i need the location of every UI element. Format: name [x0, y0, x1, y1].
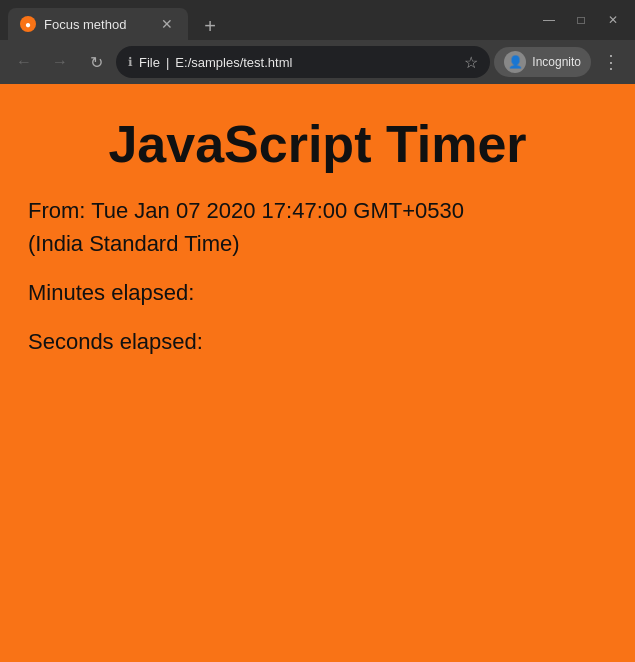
address-url: E:/samples/test.html [175, 55, 292, 70]
incognito-icon: 👤 [504, 51, 526, 73]
tab-title: Focus method [44, 17, 150, 32]
page-content: JavaScript Timer From: Tue Jan 07 2020 1… [0, 84, 635, 662]
tab-favicon: ● [20, 16, 36, 32]
forward-button[interactable]: → [44, 46, 76, 78]
new-tab-button[interactable]: + [196, 12, 224, 40]
back-button[interactable]: ← [8, 46, 40, 78]
from-date: From: Tue Jan 07 2020 17:47:00 GMT+0530 [28, 198, 464, 223]
refresh-button[interactable]: ↻ [80, 46, 112, 78]
tab-strip: ● Focus method ✕ + [8, 0, 531, 40]
browser-window: ● Focus method ✕ + — □ ✕ ← → ↻ ℹ File | … [0, 0, 635, 662]
address-bar[interactable]: ℹ File | E:/samples/test.html ☆ [116, 46, 490, 78]
page-heading: JavaScript Timer [28, 114, 607, 174]
title-bar: ● Focus method ✕ + — □ ✕ [0, 0, 635, 40]
protocol-label: File [139, 55, 160, 70]
incognito-label: Incognito [532, 55, 581, 69]
browser-menu-button[interactable]: ⋮ [595, 46, 627, 78]
seconds-line: Seconds elapsed: [28, 325, 607, 358]
minutes-line: Minutes elapsed: [28, 276, 607, 309]
maximize-button[interactable]: □ [567, 6, 595, 34]
incognito-button[interactable]: 👤 Incognito [494, 47, 591, 77]
from-line: From: Tue Jan 07 2020 17:47:00 GMT+0530 … [28, 194, 607, 260]
minimize-button[interactable]: — [535, 6, 563, 34]
toolbar: ← → ↻ ℹ File | E:/samples/test.html ☆ 👤 … [0, 40, 635, 84]
from-timezone: (India Standard Time) [28, 231, 240, 256]
active-tab[interactable]: ● Focus method ✕ [8, 8, 188, 40]
protocol-icon: ℹ [128, 55, 133, 69]
close-button[interactable]: ✕ [599, 6, 627, 34]
tab-close-button[interactable]: ✕ [158, 15, 176, 33]
page-body: From: Tue Jan 07 2020 17:47:00 GMT+0530 … [28, 194, 607, 358]
address-separator: | [166, 55, 169, 70]
window-controls: — □ ✕ [535, 6, 627, 34]
bookmark-button[interactable]: ☆ [464, 53, 478, 72]
